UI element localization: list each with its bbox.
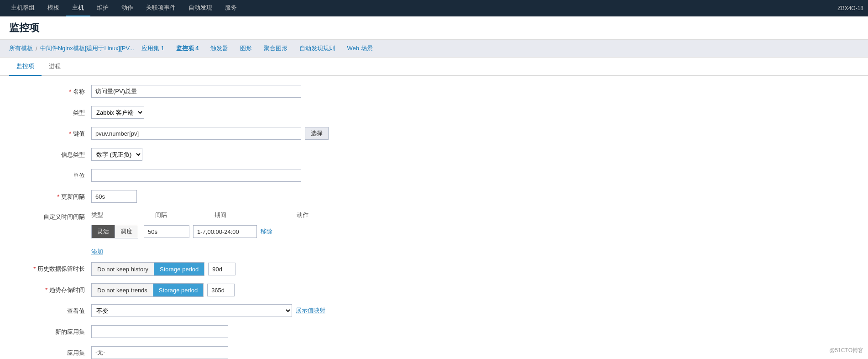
label-type: 类型: [18, 106, 91, 117]
nav-maintenance[interactable]: 维护: [90, 0, 115, 16]
row-history: 历史数据保留时长 Do not keep history Storage per…: [18, 262, 850, 277]
watermark: @51CTO博客: [829, 347, 863, 354]
row-unit: 单位: [18, 169, 850, 184]
toggle-no-trends[interactable]: Do not keep trends: [92, 284, 153, 296]
row-new-appset: 新的应用集: [18, 325, 850, 340]
label-name: 名称: [18, 85, 91, 96]
row-trend: 趋势存储时间 Do not keep trends Storage period: [18, 283, 850, 298]
main-form: 名称 类型 Zabbix 客户端 键值 选择 信息类型 数字 (无正负) 单位: [0, 76, 868, 359]
breadcrumb-tab-web[interactable]: Web 场景: [342, 42, 377, 54]
input-history-value[interactable]: [208, 263, 235, 275]
breadcrumb-all-templates[interactable]: 所有模板: [9, 44, 33, 53]
breadcrumb-tab-auto-discover[interactable]: 自动发现规则: [295, 42, 340, 54]
wrap-name: [91, 85, 850, 98]
wrap-key: 选择: [91, 127, 850, 140]
label-interval: 更新间隔: [18, 190, 91, 201]
wrap-lookup: 不变 展示值映射: [91, 304, 850, 317]
breadcrumb: 所有模板 / 中间件Nginx模板[适用于Linux][PV... 应用集 1 …: [0, 40, 868, 58]
col-gap-header: 间隔: [155, 211, 214, 219]
row-custom-interval: 自定义时间间隔 类型 间隔 期间 动作 灵活 调度 移除 添加: [18, 211, 850, 256]
toggle-type: 灵活 调度: [91, 225, 138, 238]
input-new-appset[interactable]: [91, 325, 228, 338]
interval-row: 灵活 调度 移除: [91, 225, 272, 238]
row-type: 类型 Zabbix 客户端: [18, 106, 850, 121]
nav-services[interactable]: 服务: [219, 0, 243, 16]
row-appset: 应用集 -无-: [18, 346, 850, 359]
label-custom-interval: 自定义时间间隔: [18, 211, 91, 221]
toggle-trend: Do not keep trends Storage period: [91, 283, 204, 297]
breadcrumb-tab-items[interactable]: 监控项 4: [172, 42, 204, 54]
input-unit[interactable]: [91, 169, 301, 182]
add-interval-link[interactable]: 添加: [91, 248, 103, 256]
appset-list: -无-: [91, 346, 228, 359]
label-history: 历史数据保留时长: [18, 262, 91, 273]
label-info-type: 信息类型: [18, 148, 91, 159]
appset-none-option[interactable]: -无-: [95, 349, 105, 356]
wrap-new-appset: [91, 325, 850, 338]
remove-interval-link[interactable]: 移除: [261, 227, 272, 236]
toggle-schedule[interactable]: 调度: [115, 225, 138, 238]
label-lookup: 查看值: [18, 304, 91, 315]
select-lookup[interactable]: 不变: [91, 304, 292, 317]
label-appset: 应用集: [18, 346, 91, 357]
select-info-type[interactable]: 数字 (无正负): [91, 148, 142, 161]
col-period-header: 期间: [214, 211, 297, 219]
input-name[interactable]: [91, 85, 301, 98]
breadcrumb-tab-appset[interactable]: 应用集 1: [137, 42, 169, 54]
wrap-custom-interval: 类型 间隔 期间 动作 灵活 调度 移除 添加: [91, 211, 850, 256]
toggle-history: Do not keep history Storage period: [91, 262, 204, 276]
breadcrumb-current-template[interactable]: 中间件Nginx模板[适用于Linux][PV...: [40, 44, 134, 53]
breadcrumb-tab-agg-graphs[interactable]: 聚合图形: [259, 42, 292, 54]
breadcrumb-separator: /: [36, 45, 37, 52]
nav-auto-discover[interactable]: 自动发现: [182, 0, 219, 16]
lookup-mapping-link[interactable]: 展示值映射: [296, 306, 325, 315]
input-interval[interactable]: [91, 190, 137, 203]
toggle-flexible[interactable]: 灵活: [92, 225, 115, 238]
wrap-unit: [91, 169, 850, 182]
toggle-history-period[interactable]: Storage period: [154, 263, 204, 275]
tab-items[interactable]: 监控项: [9, 58, 42, 76]
sub-tabs: 监控项 进程: [0, 58, 868, 76]
wrap-history: Do not keep history Storage period: [91, 262, 850, 276]
label-trend: 趋势存储时间: [18, 283, 91, 294]
label-unit: 单位: [18, 169, 91, 180]
interval-table-header: 类型 间隔 期间 动作: [91, 211, 324, 219]
wrap-interval: [91, 190, 850, 203]
input-period[interactable]: [193, 225, 257, 238]
col-action-header: 动作: [297, 211, 324, 219]
nav-related-events[interactable]: 关联项事件: [140, 0, 182, 16]
instance-label: ZBX4O-18: [837, 5, 863, 11]
input-gap[interactable]: [144, 225, 189, 238]
tab-process[interactable]: 进程: [42, 58, 68, 76]
row-interval: 更新间隔: [18, 190, 850, 205]
wrap-trend: Do not keep trends Storage period: [91, 283, 850, 297]
row-info-type: 信息类型 数字 (无正负): [18, 148, 850, 163]
row-lookup: 查看值 不变 展示值映射: [18, 304, 850, 319]
wrap-info-type: 数字 (无正负): [91, 148, 850, 161]
page-title: 监控项: [9, 22, 39, 33]
top-navigation: 主机群组 模板 主机 维护 动作 关联项事件 自动发现 服务 ZBX4O-18: [0, 0, 868, 16]
nav-items: 主机群组 模板 主机 维护 动作 关联项事件 自动发现 服务: [5, 0, 243, 16]
col-type-header: 类型: [91, 211, 155, 219]
input-key[interactable]: [91, 127, 301, 140]
breadcrumb-tab-triggers[interactable]: 触发器: [206, 42, 233, 54]
select-type[interactable]: Zabbix 客户端: [91, 106, 144, 119]
breadcrumb-tab-graphs[interactable]: 图形: [235, 42, 256, 54]
wrap-type: Zabbix 客户端: [91, 106, 850, 119]
input-trend-value[interactable]: [207, 284, 235, 296]
nav-templates[interactable]: 模板: [41, 0, 66, 16]
nav-actions[interactable]: 动作: [115, 0, 140, 16]
page-title-bar: 监控项: [0, 16, 868, 40]
nav-host-groups[interactable]: 主机群组: [5, 0, 41, 16]
label-new-appset: 新的应用集: [18, 325, 91, 336]
toggle-no-history[interactable]: Do not keep history: [92, 263, 154, 275]
wrap-appset: -无-: [91, 346, 850, 359]
nav-hosts[interactable]: 主机: [66, 0, 90, 16]
row-name: 名称: [18, 85, 850, 100]
row-key: 键值 选择: [18, 127, 850, 142]
key-select-button[interactable]: 选择: [305, 127, 329, 140]
label-key: 键值: [18, 127, 91, 138]
toggle-trend-period[interactable]: Storage period: [153, 284, 203, 296]
